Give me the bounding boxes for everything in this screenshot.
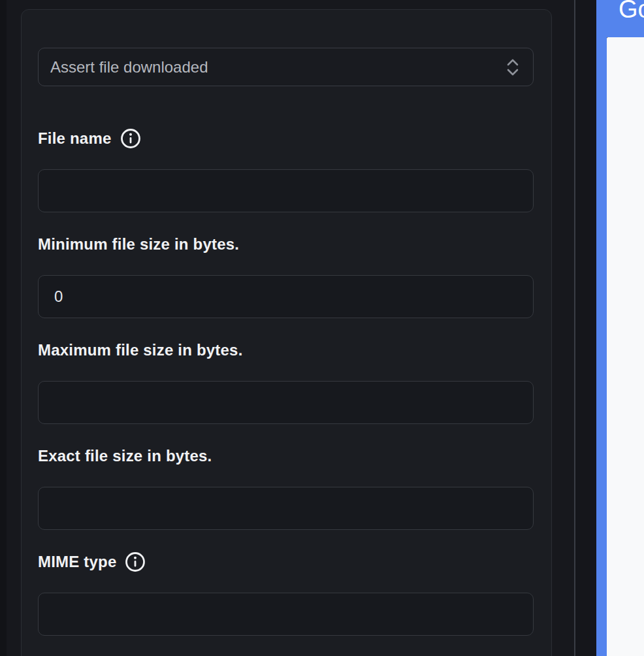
step-action-select-value: Assert file downloaded: [50, 58, 208, 76]
field-label-row: Maximum file size in bytes.: [38, 340, 534, 360]
field-group-file-name: File name: [38, 128, 534, 212]
field-group-min-size: Minimum file size in bytes.: [38, 234, 534, 318]
preview-page-header: Go: [596, 0, 644, 37]
mime-type-info-icon[interactable]: [125, 551, 146, 572]
field-label-row: Minimum file size in bytes.: [38, 234, 534, 254]
mime-type-label: MIME type: [38, 552, 116, 572]
min-file-size-input[interactable]: [38, 275, 534, 318]
file-name-label: File name: [38, 129, 112, 148]
preview-left-stripe: [596, 37, 607, 656]
field-group-exact-size: Exact file size in bytes.: [38, 446, 534, 530]
max-file-size-input[interactable]: [38, 381, 534, 424]
step-action-select[interactable]: Assert file downloaded: [38, 48, 534, 86]
exact-file-size-input[interactable]: [38, 487, 534, 530]
preview-heading-text: Go: [619, 0, 644, 24]
min-file-size-label: Minimum file size in bytes.: [38, 235, 239, 254]
field-label-row: Exact file size in bytes.: [38, 446, 534, 466]
step-editor-card: Assert file downloaded File name Minimum…: [21, 9, 552, 656]
mime-type-input[interactable]: [38, 593, 534, 636]
field-group-max-size: Maximum file size in bytes.: [38, 340, 534, 424]
max-file-size-label: Maximum file size in bytes.: [38, 340, 243, 360]
file-name-info-icon[interactable]: [120, 128, 141, 149]
left-edge-strip: [0, 0, 7, 656]
preview-gutter: [575, 0, 596, 656]
field-group-mime-type: MIME type: [38, 551, 534, 636]
file-name-input[interactable]: [38, 169, 534, 212]
chevron-up-down-icon: [506, 57, 520, 77]
exact-file-size-label: Exact file size in bytes.: [38, 446, 212, 466]
field-label-row: MIME type: [38, 551, 534, 572]
preview-page-area: [607, 37, 644, 656]
field-label-row: File name: [38, 128, 534, 148]
